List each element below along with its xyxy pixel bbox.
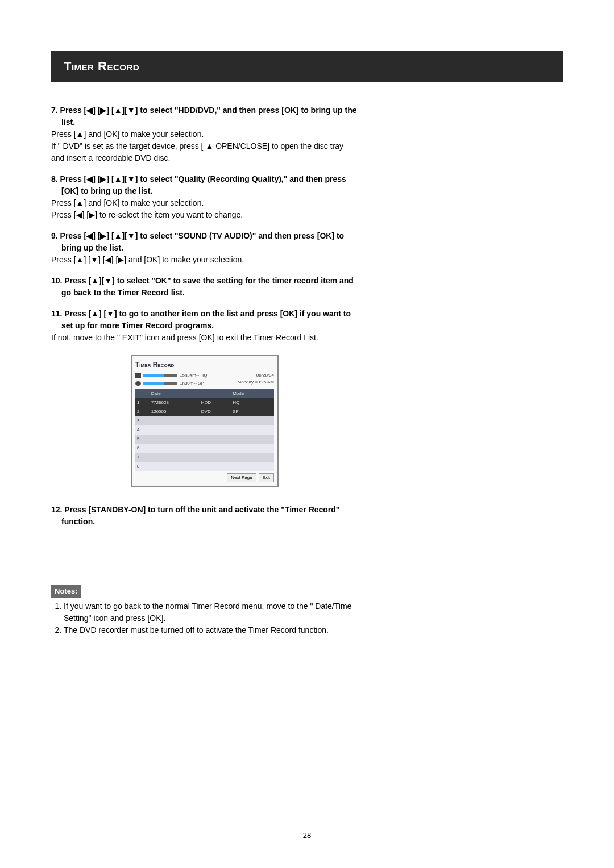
col-date: Date (150, 389, 200, 398)
cell (266, 435, 274, 444)
cell (266, 453, 274, 462)
table-row: 8 (135, 462, 274, 471)
meter-row: 15h34m-- HQ (135, 372, 207, 379)
hdd-icon (135, 373, 141, 378)
embedded-screenshot: Timer Record 15h34m-- HQ 1h30m-- SP 06/2… (131, 355, 279, 487)
cell: 3 (135, 416, 150, 425)
step-title: 7. Press [◀] [▶] [▲][▼] to select "HDD/D… (61, 105, 358, 128)
screenshot-title: Timer Record (135, 360, 274, 370)
cell (266, 444, 274, 453)
cell (150, 444, 200, 453)
cell (150, 435, 200, 444)
cell: 6 (135, 444, 150, 453)
cell: 7728628 (150, 398, 200, 407)
cell (200, 416, 231, 425)
page-number: 28 (303, 831, 311, 840)
notes-list: If you want to go back to the normal Tim… (64, 600, 358, 636)
step-body: Press [▲] and [OK] to make your selectio… (51, 197, 358, 209)
table-row: 3 (135, 416, 274, 425)
next-page-button: Next Page (227, 473, 256, 482)
table-row: 2 126505 DVD SP (135, 407, 274, 416)
step-title: 10. Press [▲][▼] to select "OK" to save … (61, 275, 358, 299)
step-9: 9. Press [◀] [▶] [▲][▼] to select "SOUND… (51, 230, 358, 266)
table-row: 4 (135, 425, 274, 435)
cell: 7 (135, 453, 150, 462)
cell (231, 453, 266, 462)
cell: SP (231, 407, 266, 416)
step-8: 8. Press [◀] [▶] [▲][▼] to select "Quali… (51, 173, 358, 221)
table-row: 1 7728628 HDD HQ (135, 398, 274, 407)
cell (200, 462, 231, 471)
notes-section: Notes: If you want to go back to the nor… (51, 585, 358, 636)
section-header: Timer Record (51, 51, 563, 82)
note-item: The DVD recorder must be turned off to a… (64, 624, 358, 636)
step-title: 11. Press [▲] [▼] to go to another item … (61, 308, 358, 332)
meter-bar (143, 382, 177, 385)
content-column: 7. Press [◀] [▶] [▲][▼] to select "HDD/D… (51, 105, 358, 636)
cell (266, 425, 274, 435)
step-body: Press [▲] [▼] [◀] [▶] and [OK] to make y… (51, 254, 358, 266)
cell (200, 435, 231, 444)
step-body: If not, move to the " EXIT" icon and pre… (51, 332, 358, 344)
step-body: If " DVD" is set as the target device, p… (51, 140, 358, 164)
cell (200, 425, 231, 435)
cell (200, 444, 231, 453)
cell: 5 (135, 435, 150, 444)
table-header-row: Date Mode (135, 389, 274, 398)
cell (150, 453, 200, 462)
exit-button: Exit (259, 473, 274, 482)
cell (150, 462, 200, 471)
cell (200, 453, 231, 462)
meter-bar (143, 374, 177, 377)
screenshot-footer: Next Page Exit (135, 473, 274, 482)
cell: 2 (135, 407, 150, 416)
table-row: 5 (135, 435, 274, 444)
timer-table: Date Mode 1 7728628 HDD HQ 2 126505 D (135, 389, 274, 471)
meter-label: 1h30m-- SP (180, 380, 204, 387)
cell: HDD (200, 398, 231, 407)
screenshot-meters: 15h34m-- HQ 1h30m-- SP (135, 372, 207, 387)
cell (231, 462, 266, 471)
step-title: 9. Press [◀] [▶] [▲][▼] to select "SOUND… (61, 230, 358, 254)
col-blank (266, 389, 274, 398)
cell (266, 407, 274, 416)
step-11: 11. Press [▲] [▼] to go to another item … (51, 308, 358, 344)
table-body: 1 7728628 HDD HQ 2 126505 DVD SP 3 (135, 398, 274, 471)
cell (231, 425, 266, 435)
cell (150, 425, 200, 435)
step-title: 8. Press [◀] [▶] [▲][▼] to select "Quali… (61, 173, 358, 197)
cell (231, 444, 266, 453)
cell: 8 (135, 462, 150, 471)
meter-row: 1h30m-- SP (135, 380, 207, 387)
col-num (135, 389, 150, 398)
col-device (200, 389, 231, 398)
disc-icon (135, 381, 141, 386)
cell: 1 (135, 398, 150, 407)
step-10: 10. Press [▲][▼] to select "OK" to save … (51, 275, 358, 299)
cell: 4 (135, 425, 150, 435)
daytime-value: Monday 09:25 AM (238, 379, 274, 386)
table-row: 6 (135, 444, 274, 453)
screenshot-date: 06/28/04 Monday 09:25 AM (238, 372, 274, 387)
step-title: 12. Press [STANDBY-ON] to turn off the u… (61, 504, 358, 528)
cell (150, 416, 200, 425)
note-item: If you want to go back to the normal Tim… (64, 600, 358, 624)
col-mode: Mode (231, 389, 266, 398)
cell (266, 462, 274, 471)
cell (231, 435, 266, 444)
section-title: Timer Record (64, 59, 550, 74)
table-row: 7 (135, 453, 274, 462)
step-body: Press [◀] [▶] to re-select the item you … (51, 209, 358, 221)
cell: 126505 (150, 407, 200, 416)
step-body: Press [▲] and [OK] to make your selectio… (51, 128, 358, 140)
cell (231, 416, 266, 425)
notes-label: Notes: (51, 585, 81, 598)
date-value: 06/28/04 (238, 372, 274, 379)
step-12: 12. Press [STANDBY-ON] to turn off the u… (51, 504, 358, 528)
cell: DVD (200, 407, 231, 416)
meter-label: 15h34m-- HQ (180, 372, 207, 379)
cell (266, 416, 274, 425)
step-7: 7. Press [◀] [▶] [▲][▼] to select "HDD/D… (51, 105, 358, 164)
screenshot-top-row: 15h34m-- HQ 1h30m-- SP 06/28/04 Monday 0… (135, 372, 274, 387)
cell (266, 398, 274, 407)
